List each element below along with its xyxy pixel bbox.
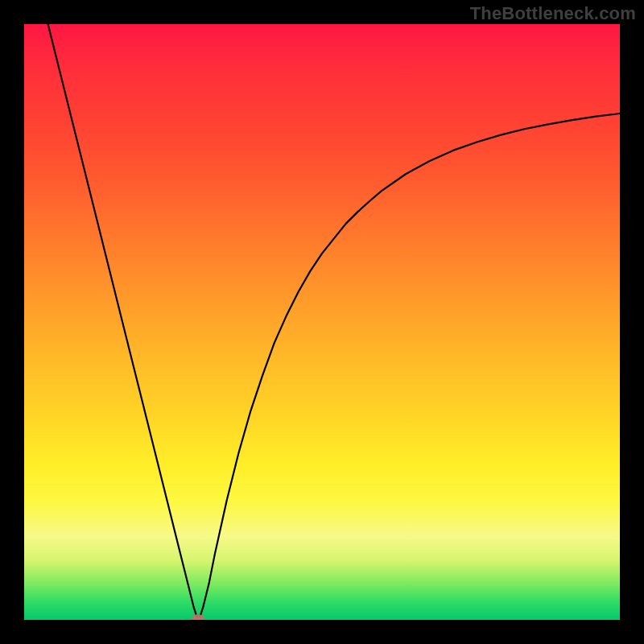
optimal-point-marker — [192, 614, 204, 620]
bottleneck-curve — [24, 24, 620, 620]
chart-frame: TheBottleneck.com — [0, 0, 644, 644]
plot-area — [24, 24, 620, 620]
watermark-text: TheBottleneck.com — [470, 3, 636, 24]
